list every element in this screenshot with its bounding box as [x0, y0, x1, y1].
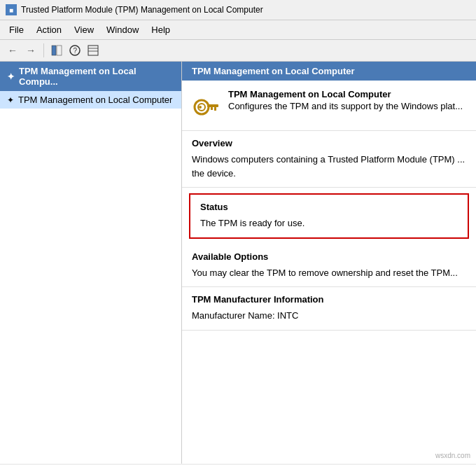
- sidebar-header-text: TPM Management on Local Compu...: [19, 66, 174, 87]
- help-icon: ?: [69, 45, 80, 56]
- menu-view[interactable]: View: [68, 22, 100, 38]
- icon-desc-text: Configures the TPM and its support by th…: [228, 99, 463, 113]
- section-available-options-title: Available Options: [192, 251, 466, 262]
- menu-action[interactable]: Action: [30, 22, 68, 38]
- svg-rect-10: [214, 107, 216, 111]
- section-overview-text: Windows computers containing a Trusted P…: [192, 153, 466, 180]
- content-panel-header: TPM Management on Local Computer: [182, 62, 476, 81]
- section-status-title: Status: [200, 202, 458, 212]
- section-status-text: The TPM is ready for use.: [200, 216, 458, 230]
- toolbar-separator-1: [43, 43, 44, 57]
- show-hide-icon: [51, 45, 62, 56]
- toolbar-forward-button[interactable]: →: [22, 42, 39, 59]
- toolbar: ← → ?: [0, 40, 476, 62]
- sidebar-item-tpm[interactable]: ✦ TPM Management on Local Computer: [0, 91, 181, 109]
- title-bar-text: Trusted Platform Module (TPM) Management…: [21, 5, 263, 15]
- toolbar-extra-button[interactable]: [85, 42, 102, 59]
- section-available-options: Available Options You may clear the TPM …: [182, 244, 476, 288]
- menu-bar: File Action View Window Help: [0, 20, 476, 40]
- sidebar-item-label: TPM Management on Local Computer: [18, 95, 172, 105]
- sidebar-tree-icon: ✦: [7, 71, 15, 82]
- menu-file[interactable]: File: [3, 22, 30, 38]
- app-icon: ■: [6, 4, 17, 15]
- svg-rect-1: [57, 46, 62, 55]
- svg-rect-4: [88, 46, 98, 55]
- sidebar: ✦ TPM Management on Local Compu... ✦ TPM…: [0, 62, 182, 464]
- section-available-options-text: You may clear the TPM to remove ownershi…: [192, 266, 466, 280]
- tpm-key-icon: [192, 90, 220, 122]
- icon-title: TPM Management on Local Computer: [228, 89, 463, 99]
- menu-window[interactable]: Window: [100, 22, 145, 38]
- main-area: ✦ TPM Management on Local Compu... ✦ TPM…: [0, 62, 476, 464]
- svg-text:?: ?: [74, 47, 78, 55]
- svg-rect-9: [207, 104, 218, 107]
- key-svg: [192, 90, 220, 118]
- watermark: wsxdn.com: [435, 452, 470, 459]
- toolbar-show-hide-button[interactable]: [48, 42, 65, 59]
- toolbar-back-button[interactable]: ←: [4, 42, 21, 59]
- menu-help[interactable]: Help: [145, 22, 176, 38]
- icon-description: TPM Management on Local Computer Configu…: [228, 89, 463, 113]
- icon-desc-row: TPM Management on Local Computer Configu…: [182, 81, 476, 131]
- section-tpm-manufacturer: TPM Manufacturer Information Manufacture…: [182, 287, 476, 331]
- sidebar-header: ✦ TPM Management on Local Compu...: [0, 62, 181, 91]
- section-tpm-manufacturer-text: Manufacturer Name: INTC: [192, 309, 466, 323]
- section-overview-title: Overview: [192, 138, 466, 148]
- section-tpm-manufacturer-title: TPM Manufacturer Information: [192, 294, 466, 305]
- svg-point-12: [199, 106, 202, 109]
- extra-icon: [88, 45, 99, 56]
- section-status: Status The TPM is ready for use.: [189, 193, 469, 239]
- svg-rect-11: [211, 107, 213, 110]
- svg-rect-0: [52, 46, 56, 55]
- sidebar-item-icon: ✦: [7, 95, 14, 105]
- content-panel: TPM Management on Local Computer TPM Man…: [182, 62, 476, 464]
- title-bar: ■ Trusted Platform Module (TPM) Manageme…: [0, 0, 476, 20]
- toolbar-help-button[interactable]: ?: [66, 42, 83, 59]
- section-overview: Overview Windows computers containing a …: [182, 131, 476, 188]
